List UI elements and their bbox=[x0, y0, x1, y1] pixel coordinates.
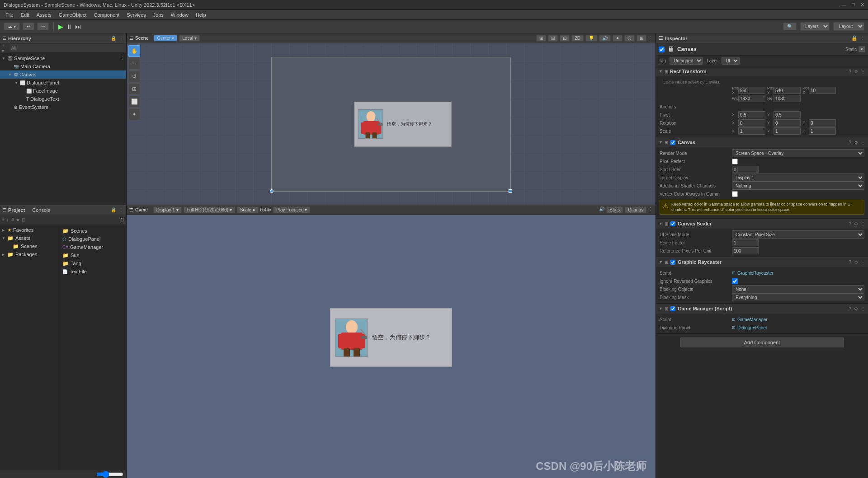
scene-handle-right[interactable] bbox=[509, 189, 512, 193]
tool-rotate[interactable]: ↺ bbox=[128, 70, 140, 82]
project-assets[interactable]: ▼ 📁 Assets bbox=[0, 234, 58, 242]
raycaster-header[interactable]: ▼ ⊞ Graphic Raycaster ? ⚙ ⋮ bbox=[656, 257, 868, 267]
blocking-mask-select[interactable]: Everything bbox=[732, 293, 864, 301]
pixel-perfect-checkbox[interactable] bbox=[732, 159, 738, 164]
menu-window[interactable]: Window bbox=[167, 11, 192, 19]
canvas-help-icon[interactable]: ? bbox=[849, 140, 851, 145]
pause-button[interactable]: ⏸ bbox=[66, 23, 72, 30]
redo-button[interactable]: ↪ bbox=[37, 23, 49, 30]
refresh-button[interactable]: ↺ bbox=[10, 217, 14, 222]
tool-move[interactable]: ↔ bbox=[128, 58, 140, 70]
project-scenes[interactable]: ▶ 📁 Scenes bbox=[0, 242, 58, 250]
scene-fx-button[interactable]: ✦ bbox=[613, 35, 623, 42]
menu-services[interactable]: Services bbox=[123, 11, 149, 19]
tool-scale[interactable]: ⊞ bbox=[128, 83, 140, 95]
game-scale-button[interactable]: Scale ● bbox=[237, 206, 259, 213]
center-button[interactable]: Center ▾ bbox=[154, 35, 177, 42]
search-button[interactable]: 🔍 bbox=[783, 23, 797, 30]
rt-menu-icon[interactable]: ⋮ bbox=[861, 69, 865, 74]
scene-content[interactable]: 悟空，为何停下脚步？ ✋ ↔ ↺ ⊞ ⬜ ✦ bbox=[127, 43, 656, 205]
gizmos-button[interactable]: Gizmos bbox=[625, 206, 646, 213]
scene-snap-button[interactable]: ⊟ bbox=[548, 35, 558, 42]
menu-file[interactable]: File bbox=[2, 11, 17, 19]
file-item-tang[interactable]: 📁 Tang bbox=[61, 259, 124, 267]
object-active-checkbox[interactable] bbox=[659, 47, 665, 52]
game-menu-icon[interactable]: ⋮ bbox=[648, 206, 653, 213]
gm-settings-icon[interactable]: ⚙ bbox=[854, 306, 858, 311]
file-item-textfile[interactable]: 📄 TextFile bbox=[61, 267, 124, 276]
local-button[interactable]: Local ▾ bbox=[179, 35, 200, 42]
rot-y-input[interactable] bbox=[774, 119, 801, 127]
scene-skybox-button[interactable]: ⬡ bbox=[624, 35, 635, 42]
hierarchy-item-dialoguetext[interactable]: ▶ T DialogueText bbox=[0, 95, 126, 103]
hierarchy-lock-icon[interactable]: 🔒 bbox=[111, 36, 116, 41]
scale-factor-input[interactable] bbox=[732, 239, 759, 246]
game-resolution-button[interactable]: Full HD (1920x1080) ▾ bbox=[184, 206, 235, 213]
file-item-scenes[interactable]: 📁 Scenes bbox=[61, 227, 124, 235]
project-zoom-slider[interactable] bbox=[96, 471, 123, 478]
scene-audio-button[interactable]: 🔊 bbox=[599, 35, 611, 42]
posz-input[interactable] bbox=[809, 87, 836, 94]
scale-y-input[interactable] bbox=[774, 127, 801, 135]
layout-dropdown[interactable]: Layout bbox=[833, 22, 864, 31]
menu-help[interactable]: Help bbox=[192, 11, 210, 19]
fav-button[interactable]: ★ bbox=[16, 217, 20, 222]
scene-menu[interactable]: ⋮ bbox=[120, 56, 124, 61]
scene-menu-icon[interactable]: ⋮ bbox=[648, 36, 653, 41]
play-button[interactable]: ▶ bbox=[58, 23, 63, 30]
pivot-y-input[interactable] bbox=[774, 111, 801, 118]
hierarchy-item-faceimage[interactable]: ▶ ⬜ FaceImage bbox=[0, 87, 126, 95]
scaler-menu-icon[interactable]: ⋮ bbox=[861, 221, 865, 226]
height-input[interactable] bbox=[774, 95, 801, 102]
canvas-enabled-checkbox[interactable] bbox=[670, 140, 675, 145]
inspector-lock-icon[interactable]: 🔒 bbox=[851, 35, 858, 41]
pivot-x-input[interactable] bbox=[738, 111, 765, 118]
add-asset-button[interactable]: + bbox=[2, 217, 5, 222]
rt-help-icon[interactable]: ? bbox=[849, 69, 851, 74]
mute-icon[interactable]: 🔊 bbox=[599, 206, 604, 213]
scale-x-input[interactable] bbox=[738, 127, 765, 135]
hierarchy-item-eventsystem[interactable]: ▶ ⚙ EventSystem bbox=[0, 103, 126, 111]
tool-transform[interactable]: ✦ bbox=[128, 108, 140, 120]
canvas-menu-icon[interactable]: ⋮ bbox=[861, 140, 865, 145]
menu-assets[interactable]: Assets bbox=[33, 11, 55, 19]
canvas-comp-header[interactable]: ▼ ⊞ Canvas ? ⚙ ⋮ bbox=[656, 137, 868, 147]
gm-menu-icon[interactable]: ⋮ bbox=[861, 306, 865, 311]
stats-button[interactable]: Stats bbox=[606, 206, 623, 213]
menu-edit[interactable]: Edit bbox=[17, 11, 33, 19]
scene-grid-button[interactable]: ⊞ bbox=[637, 35, 646, 42]
layer-select[interactable]: UI bbox=[722, 57, 740, 65]
game-display-button[interactable]: Display 1 ▾ bbox=[153, 206, 182, 213]
close-button[interactable]: ✕ bbox=[860, 2, 864, 8]
hierarchy-item-canvas[interactable]: ▼ 🖥 Canvas bbox=[0, 70, 126, 79]
posy-input[interactable] bbox=[774, 87, 801, 94]
render-mode-select[interactable]: Screen Space - Overlay bbox=[732, 149, 864, 157]
static-dropdown[interactable]: ▾ bbox=[859, 46, 865, 52]
hierarchy-add-button[interactable]: + ▾ bbox=[2, 43, 8, 53]
hierarchy-search[interactable] bbox=[9, 44, 124, 53]
hierarchy-item-samplescene[interactable]: ▼ 🎬 SampleScene ⋮ bbox=[0, 54, 126, 62]
scaler-settings-icon[interactable]: ⚙ bbox=[854, 221, 858, 226]
project-menu-icon[interactable]: ⋮ bbox=[119, 207, 123, 212]
scene-view-button[interactable]: ⊡ bbox=[560, 35, 570, 42]
scene-light-button[interactable]: 💡 bbox=[585, 35, 597, 42]
scene-anchor-left[interactable] bbox=[270, 189, 274, 193]
scaler-enabled-checkbox[interactable] bbox=[670, 221, 675, 226]
file-item-sun[interactable]: 📁 Sun bbox=[61, 251, 124, 259]
inspector-menu-icon[interactable]: ⋮ bbox=[860, 35, 865, 41]
import-button[interactable]: ↓ bbox=[6, 217, 9, 222]
raycaster-settings-icon[interactable]: ⚙ bbox=[854, 260, 858, 265]
scaler-help-icon[interactable]: ? bbox=[849, 221, 851, 226]
file-item-dialoguepanel[interactable]: ⬡ DialoguePanel bbox=[61, 235, 124, 243]
game-manager-header[interactable]: ▼ ⊞ Game Manager (Script) ? ⚙ ⋮ bbox=[656, 304, 868, 314]
menu-gameobject[interactable]: GameObject bbox=[55, 11, 90, 19]
project-lock-icon[interactable]: 🔒 bbox=[111, 207, 116, 212]
rt-settings-icon[interactable]: ⚙ bbox=[854, 69, 858, 74]
gm-help-icon[interactable]: ? bbox=[849, 306, 851, 311]
project-packages[interactable]: ▶ 📁 Packages bbox=[0, 250, 58, 258]
project-favorites[interactable]: ▶ ★ Favorites bbox=[0, 226, 58, 234]
raycaster-help-icon[interactable]: ? bbox=[849, 260, 851, 265]
ui-scale-mode-select[interactable]: Constant Pixel Size bbox=[732, 230, 864, 239]
scene-tools-button[interactable]: ⊞ bbox=[536, 35, 546, 42]
object-name[interactable]: Canvas bbox=[677, 46, 697, 52]
